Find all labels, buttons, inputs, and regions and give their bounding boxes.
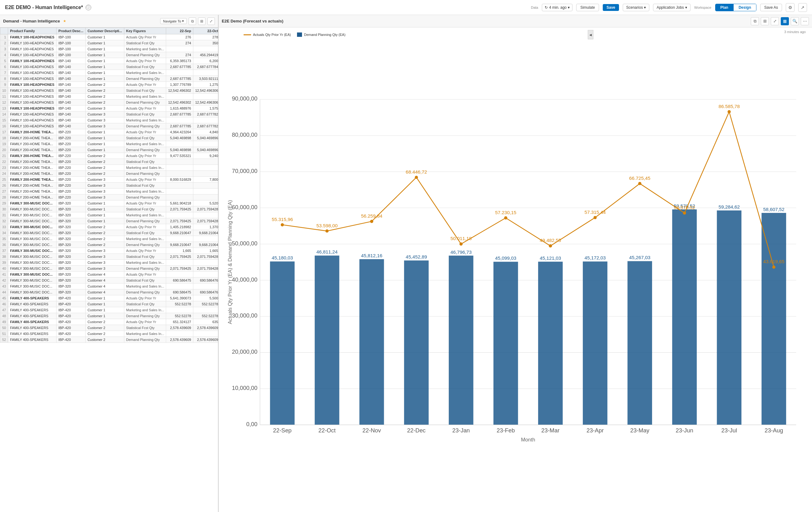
cell-sep-value[interactable]: 274 — [166, 52, 193, 58]
cell-oct-value[interactable] — [193, 194, 218, 201]
cell-oct-value[interactable]: 2,578.439609 — [193, 325, 218, 331]
cell-sep-value[interactable] — [166, 236, 193, 242]
cell-sep-value[interactable]: 1,307.776789 — [166, 82, 193, 88]
cell-sep-value[interactable] — [166, 212, 193, 218]
cell-sep-value[interactable] — [166, 194, 193, 201]
save-as-button[interactable]: Save As — [760, 4, 782, 11]
cell-oct-value[interactable]: 5,040.469896 — [193, 147, 218, 153]
chart-zoom-icon[interactable]: 🔍 — [791, 17, 799, 25]
cell-oct-value[interactable] — [193, 117, 218, 123]
panel-collapse-button[interactable]: ◀ — [588, 30, 593, 39]
chart-expand-icon[interactable]: ⤢ — [771, 17, 779, 25]
cell-sep-value[interactable]: 690.586475 — [166, 290, 193, 295]
cell-oct-value[interactable]: 2,071.759428 — [193, 266, 218, 272]
cell-sep-value[interactable] — [166, 171, 193, 177]
cell-sep-value[interactable]: 9,668.210647 — [166, 230, 193, 236]
cell-sep-value[interactable]: 12,542.496302 — [166, 99, 193, 106]
cell-sep-value[interactable] — [166, 117, 193, 123]
cell-sep-value[interactable]: 552.52278 — [166, 313, 193, 319]
chart-filter-icon[interactable]: ⧉ — [751, 17, 759, 25]
cell-sep-value[interactable]: 8,000.516829 — [166, 177, 193, 183]
col-product-desc-header[interactable]: Product Desc... — [57, 28, 86, 34]
cell-sep-value[interactable]: 2,687.677785 — [166, 123, 193, 129]
cell-oct-value[interactable] — [193, 212, 218, 218]
cell-oct-value[interactable]: 12,542.496306 — [193, 99, 218, 106]
cell-oct-value[interactable]: 552.52278 — [193, 301, 218, 307]
simulate-button[interactable]: Simulate — [576, 4, 599, 11]
cell-sep-value[interactable] — [166, 272, 193, 277]
cell-oct-value[interactable]: 552.52278 — [193, 313, 218, 319]
app-jobs-button[interactable]: Application Jobs ▾ — [653, 4, 690, 11]
cell-oct-value[interactable]: 4,840 — [193, 129, 218, 135]
cell-sep-value[interactable]: 2,687.677785 — [166, 112, 193, 117]
chart-settings-icon[interactable]: ⊞ — [761, 17, 769, 25]
col-sep-header[interactable]: 22-Sep — [166, 28, 193, 34]
plan-button[interactable]: Plan — [716, 4, 733, 11]
col-customer-desc-header[interactable]: Customer Descripti... — [86, 28, 124, 34]
cell-oct-value[interactable]: 2,687.677782 — [193, 123, 218, 129]
cell-oct-value[interactable]: 1,370 — [193, 224, 218, 230]
design-button[interactable]: Design — [733, 4, 756, 11]
cell-sep-value[interactable] — [166, 141, 193, 147]
cell-sep-value[interactable]: 2,687.677785 — [166, 76, 193, 82]
cell-sep-value[interactable]: 2,687.677785 — [166, 64, 193, 70]
chart-more-icon[interactable]: ⋯ — [801, 17, 809, 25]
cell-sep-value[interactable]: 9,477.535321 — [166, 153, 193, 159]
cell-sep-value[interactable]: 274 — [166, 40, 193, 46]
share-icon-button[interactable]: ↗ — [798, 3, 807, 12]
cell-oct-value[interactable]: 2,578.439609 — [193, 337, 218, 343]
cell-oct-value[interactable]: 9,240 — [193, 153, 218, 159]
cell-oct-value[interactable]: 1,575 — [193, 106, 218, 112]
cell-oct-value[interactable]: 6,200 — [193, 58, 218, 64]
cell-sep-value[interactable]: 2,071.759425 — [166, 206, 193, 212]
cell-oct-value[interactable]: 690.586476 — [193, 290, 218, 295]
col-oct-header[interactable]: 22-Oct — [193, 28, 218, 34]
cell-sep-value[interactable]: 2,071.759425 — [166, 266, 193, 272]
cell-sep-value[interactable]: 1,615.488976 — [166, 106, 193, 112]
filter-icon-button[interactable]: ⧉ — [188, 18, 196, 25]
cell-sep-value[interactable]: 1,405.218982 — [166, 224, 193, 230]
save-button[interactable]: Save — [603, 4, 619, 11]
cell-sep-value[interactable]: 4,964.423264 — [166, 129, 193, 135]
cell-oct-value[interactable]: 3,503.92111 — [193, 76, 218, 82]
cell-oct-value[interactable]: 2,071.759428 — [193, 206, 218, 212]
cell-sep-value[interactable]: 552.52278 — [166, 301, 193, 307]
cell-oct-value[interactable]: 5,500 — [193, 295, 218, 301]
cell-oct-value[interactable] — [193, 307, 218, 313]
cell-sep-value[interactable] — [166, 307, 193, 313]
cell-oct-value[interactable]: 456.294419 — [193, 52, 218, 58]
cell-oct-value[interactable] — [193, 183, 218, 188]
cell-oct-value[interactable] — [193, 171, 218, 177]
cell-oct-value[interactable]: 278 — [193, 34, 218, 40]
cell-oct-value[interactable] — [193, 165, 218, 171]
cell-oct-value[interactable]: 9,668.21064 — [193, 242, 218, 248]
cell-sep-value[interactable] — [166, 188, 193, 194]
cell-oct-value[interactable] — [193, 260, 218, 266]
cell-oct-value[interactable]: 12,542.496306 — [193, 88, 218, 94]
cell-sep-value[interactable] — [166, 165, 193, 171]
cell-oct-value[interactable] — [193, 159, 218, 165]
cell-sep-value[interactable]: 2,071.759425 — [166, 254, 193, 260]
cell-sep-value[interactable]: 651.324127 — [166, 319, 193, 325]
cell-sep-value[interactable]: 9,668.210647 — [166, 242, 193, 248]
cell-sep-value[interactable]: 1,665 — [166, 248, 193, 254]
cell-sep-value[interactable] — [166, 94, 193, 99]
cell-oct-value[interactable]: 7,800 — [193, 177, 218, 183]
cell-sep-value[interactable] — [166, 331, 193, 337]
cell-oct-value[interactable]: 1,665 — [193, 248, 218, 254]
col-key-figures-header[interactable]: Key Figures — [124, 28, 166, 34]
navigate-to-button[interactable]: Navigate To ▾ — [160, 18, 187, 24]
cell-oct-value[interactable]: 2,071.759428 — [193, 218, 218, 224]
cell-oct-value[interactable]: 635 — [193, 319, 218, 325]
chart-bar-icon[interactable]: ▦ — [781, 17, 789, 25]
cell-sep-value[interactable] — [166, 183, 193, 188]
cell-oct-value[interactable] — [193, 70, 218, 76]
columns-icon-button[interactable]: ⊞ — [198, 18, 205, 25]
cell-oct-value[interactable]: 690.586476 — [193, 277, 218, 283]
scenarios-button[interactable]: Scenarios ▾ — [623, 4, 649, 11]
cell-oct-value[interactable]: 9,668.21064 — [193, 230, 218, 236]
cell-sep-value[interactable]: 276 — [166, 34, 193, 40]
col-product-family-header[interactable]: Product Family — [8, 28, 57, 34]
cell-sep-value[interactable]: 5,661.904218 — [166, 201, 193, 206]
cell-oct-value[interactable] — [193, 236, 218, 242]
